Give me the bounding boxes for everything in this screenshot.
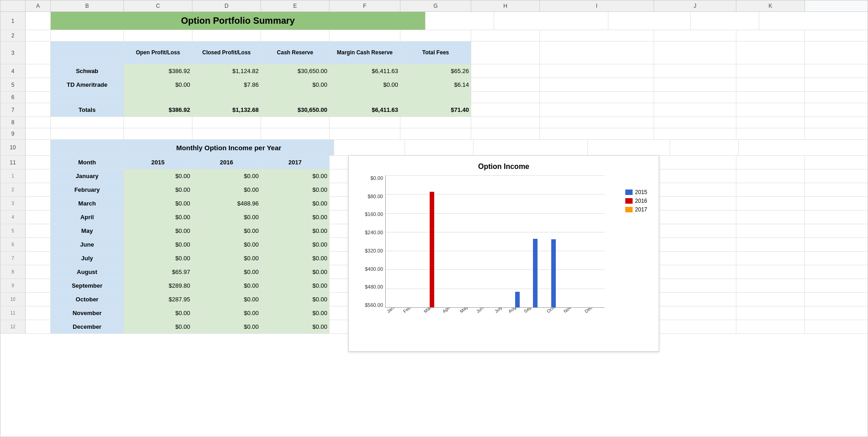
legend-2015: 2015: [625, 189, 647, 195]
legend-2015-color: [625, 190, 633, 195]
col-h-header: H: [471, 0, 540, 11]
td-fees: $6.14: [400, 78, 471, 91]
legend-2016-color: [625, 198, 633, 204]
schwab-cash-reserve: $30,650.00: [261, 64, 330, 78]
col-k-header: K: [736, 0, 805, 11]
col-cash-reserve-header: Cash Reserve: [261, 42, 330, 64]
bar-2015-october: [551, 239, 556, 307]
column-headers: A B C D E F G H I J K: [0, 0, 868, 12]
bar-2016-march: [430, 192, 434, 307]
col-b-header: B: [51, 0, 124, 11]
col-a-header: A: [26, 0, 51, 11]
x-label-january: January: [385, 308, 402, 342]
td-label: TD Ameritrade: [51, 78, 124, 91]
legend-2017-color: [625, 207, 633, 212]
td-closed-pl: $7.86: [192, 78, 261, 91]
row-3: 3 Open Profit/Loss Closed Profit/Loss Ca…: [0, 42, 868, 64]
totals-closed-pl: $1,132.68: [192, 103, 261, 116]
col-fees-header: Total Fees: [400, 42, 471, 64]
chart-y-axis: $560.00 $480.00 $400.00 $320.00 $240.00 …: [356, 175, 385, 308]
row-10: 10 Monthly Option Income per Year: [0, 140, 868, 156]
x-axis-labels: JanuaryFebruaryMarchAprilMayJuneJulyAugu…: [385, 308, 605, 342]
row-6: 6: [0, 92, 868, 103]
td-margin-cash: $0.00: [330, 78, 400, 91]
bar-2015-september: [533, 239, 538, 307]
col-c-header: C: [124, 0, 192, 11]
col-f-header: F: [330, 0, 400, 11]
legend-2017: 2017: [625, 206, 647, 213]
month-col-header: Month: [51, 156, 124, 169]
col-closed-pl-header: Closed Profit/Loss: [192, 42, 261, 64]
schwab-label: Schwab: [51, 64, 124, 78]
col-g-header: G: [400, 0, 471, 11]
totals-fees: $71.40: [400, 103, 471, 116]
y2016-header: 2016: [192, 156, 261, 169]
td-cash-reserve: $0.00: [261, 78, 330, 91]
schwab-open-pl: $386.92: [124, 64, 192, 78]
totals-open-pl: $386.92: [124, 103, 192, 116]
row-7: 7 Totals $386.92 $1,132.68 $30,650.00 $6…: [0, 103, 868, 117]
schwab-closed-pl: $1,124.82: [192, 64, 261, 78]
row-1: 1 Option Portfolio Summary: [0, 12, 868, 30]
chart-legend: 2015 2016 2017: [625, 189, 647, 213]
totals-margin-cash: $6,411.63: [330, 103, 400, 116]
legend-2016: 2016: [625, 198, 647, 204]
chart-bars-area: [385, 175, 605, 308]
td-open-pl: $0.00: [124, 78, 192, 91]
schwab-fees: $65.26: [400, 64, 471, 78]
row-9: 9: [0, 128, 868, 140]
monthly-title: Monthly Option Income per Year: [124, 140, 334, 155]
title-cell: Option Portfolio Summary: [51, 12, 426, 30]
totals-cash-reserve: $30,650.00: [261, 103, 330, 116]
row-5: 5 TD Ameritrade $0.00 $7.86 $0.00 $0.00 …: [0, 78, 868, 92]
chart-container: Option Income $560.00 $480.00 $400.00 $3…: [348, 155, 659, 352]
schwab-margin-cash: $6,411.63: [330, 64, 400, 78]
y2017-header: 2017: [261, 156, 330, 169]
totals-label: Totals: [51, 103, 124, 116]
row-2: 2: [0, 30, 868, 42]
row-8: 8: [0, 117, 868, 128]
col-j-header: J: [654, 0, 736, 11]
row-num-header: [0, 0, 26, 11]
chart-title: Option Income: [356, 163, 652, 171]
col-d-header: D: [192, 0, 261, 11]
col-margin-header: Margin Cash Reserve: [330, 42, 400, 64]
row-4: 4 Schwab $386.92 $1,124.82 $30,650.00 $6…: [0, 64, 868, 78]
col-open-pl-header: Open Profit/Loss: [124, 42, 192, 64]
bar-2015-august: [515, 292, 520, 307]
col-i-header: I: [540, 0, 654, 11]
y2015-header: 2015: [124, 156, 192, 169]
col-e-header: E: [261, 0, 330, 11]
